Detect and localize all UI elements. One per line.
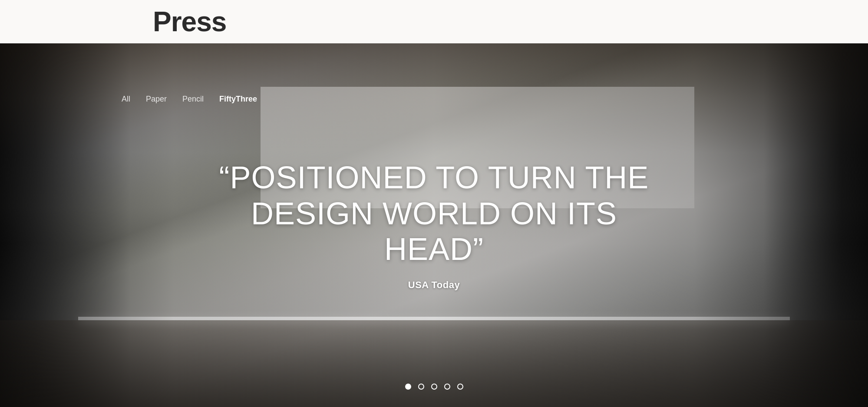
- page-header: Press: [0, 0, 868, 43]
- slide-dot-2[interactable]: [418, 384, 424, 390]
- filter-paper[interactable]: Paper: [146, 95, 167, 104]
- hero-quote: “Positioned to turn the design world on …: [217, 160, 651, 267]
- hero-source: USA Today: [408, 279, 460, 291]
- filter-all[interactable]: All: [122, 95, 130, 104]
- slide-dot-3[interactable]: [431, 384, 437, 390]
- slide-dots: [405, 384, 463, 390]
- slide-dot-4[interactable]: [444, 384, 450, 390]
- filter-pencil[interactable]: Pencil: [182, 95, 204, 104]
- page-title: Press: [153, 8, 226, 36]
- filter-fiftythree[interactable]: FiftyThree: [219, 95, 257, 104]
- slide-dot-5[interactable]: [457, 384, 463, 390]
- filter-nav: All Paper Pencil FiftyThree: [0, 87, 868, 112]
- hero-section: All Paper Pencil FiftyThree “Positioned …: [0, 43, 868, 407]
- slide-dot-1[interactable]: [405, 384, 411, 390]
